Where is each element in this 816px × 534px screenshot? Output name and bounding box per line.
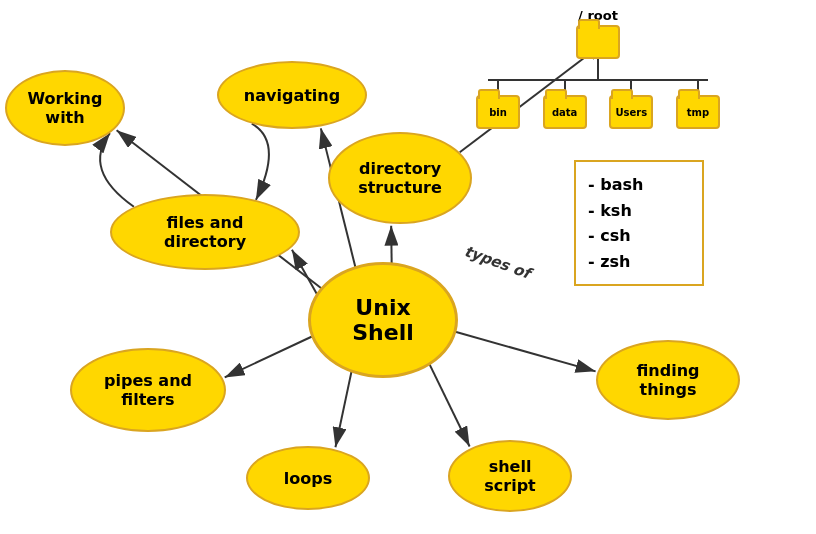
connection-files-and-directory <box>292 250 318 295</box>
node-loops[interactable]: loops <box>246 446 370 510</box>
node-pipes-and-filters[interactable]: pipes and filters <box>70 348 226 432</box>
connection-files-to-working <box>100 133 134 207</box>
node-label-working-with: Working with <box>28 89 103 127</box>
node-label-directory-structure: directory structure <box>358 159 442 197</box>
node-label-files-and-directory: files and directory <box>164 213 246 251</box>
node-label-pipes-and-filters: pipes and filters <box>104 371 192 409</box>
tree-child-users: Users <box>601 81 661 129</box>
connection-pipes-and-filters <box>225 336 313 377</box>
node-files-and-directory[interactable]: files and directory <box>110 194 300 270</box>
center-label: Unix Shell <box>352 295 414 345</box>
tree-child-bin: bin <box>468 81 528 129</box>
root-folder-icon <box>576 25 620 59</box>
shell-type-item: - bash <box>588 172 690 198</box>
node-finding-things[interactable]: finding things <box>596 340 740 420</box>
node-navigating[interactable]: navigating <box>217 61 367 129</box>
connection-loops <box>335 371 351 448</box>
connection-finding-things <box>454 332 595 372</box>
node-label-shell-script: shell script <box>484 457 535 495</box>
types-of-label: types of <box>462 242 533 282</box>
node-working-with[interactable]: Working with <box>5 70 125 146</box>
folder-icon-bin: bin <box>476 95 520 129</box>
shell-type-item: - ksh <box>588 198 690 224</box>
folder-icon-users: Users <box>609 95 653 129</box>
shell-type-item: - csh <box>588 223 690 249</box>
node-label-loops: loops <box>284 469 332 488</box>
folder-icon-data: data <box>543 95 587 129</box>
center-node[interactable]: Unix Shell <box>308 262 458 378</box>
tree-child-tmp: tmp <box>668 81 728 129</box>
folder-icon-tmp: tmp <box>676 95 720 129</box>
folder-tree: / root bin data Users tmp <box>468 8 728 129</box>
tree-child-data: data <box>535 81 595 129</box>
shell-types-box: - bash- ksh- csh- zsh <box>574 160 704 286</box>
connection-nav-to-files <box>252 124 269 200</box>
node-shell-script[interactable]: shell script <box>448 440 572 512</box>
connection-shell-script <box>429 363 470 446</box>
shell-type-item: - zsh <box>588 249 690 275</box>
node-directory-structure[interactable]: directory structure <box>328 132 472 224</box>
node-label-finding-things: finding things <box>636 361 699 399</box>
node-label-navigating: navigating <box>244 86 340 105</box>
